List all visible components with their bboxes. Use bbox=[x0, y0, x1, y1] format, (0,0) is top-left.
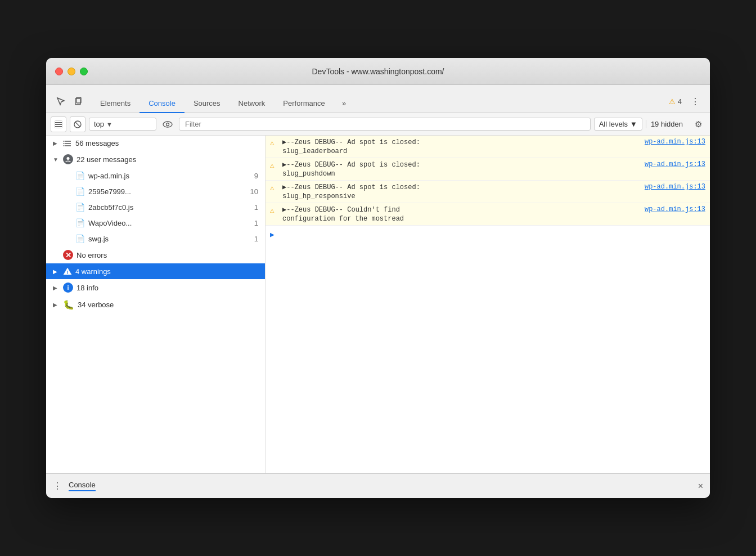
levels-arrow-icon: ▼ bbox=[630, 120, 637, 128]
verbose-icon: 🐛 bbox=[63, 299, 74, 310]
wp-ad-count: 9 bbox=[249, 172, 258, 180]
entry-continuation: configuration for the mostread bbox=[282, 215, 705, 223]
entry-text: ▶--Zeus DEBUG-- Ad spot is closed: bbox=[282, 160, 420, 169]
levels-value: All levels bbox=[599, 120, 628, 128]
info-icon: i bbox=[63, 283, 73, 293]
minimize-button[interactable] bbox=[68, 68, 75, 75]
sidebar-item-warnings[interactable]: ▶ ! 4 warnings bbox=[46, 263, 265, 279]
device-mode-icon[interactable] bbox=[71, 93, 87, 109]
tab-network[interactable]: Network bbox=[230, 95, 274, 113]
sidebar-item-wp-ad[interactable]: 📄 wp-ad.min.js 9 bbox=[46, 168, 265, 183]
entry-source[interactable]: wp-ad.min.js:13 bbox=[645, 183, 705, 191]
list-icon bbox=[63, 140, 72, 147]
swg-label: swg.js bbox=[88, 235, 246, 243]
sidebar-item-no-errors[interactable]: ✕ No errors bbox=[46, 246, 265, 263]
entry-text: ▶--Zeus DEBUG-- Ad spot is closed: bbox=[282, 138, 420, 146]
warnings-label: 4 warnings bbox=[75, 267, 258, 276]
console-prompt[interactable]: ▶ bbox=[266, 226, 710, 241]
clear-console-icon[interactable] bbox=[51, 116, 66, 132]
window-title: DevTools - www.washingtonpost.com/ bbox=[312, 67, 444, 76]
svg-text:!: ! bbox=[67, 270, 69, 275]
file-icon: 📄 bbox=[75, 218, 85, 227]
user-messages-label: 22 user messages bbox=[76, 155, 258, 164]
warning-icon: ⚠ bbox=[669, 97, 676, 106]
close-button[interactable] bbox=[55, 68, 63, 75]
wapovideo-count: 1 bbox=[249, 219, 258, 227]
sidebar-item-2abcb[interactable]: 📄 2abcb5f7c0.js 1 bbox=[46, 199, 265, 215]
sidebar-item-info[interactable]: ▶ i 18 info bbox=[46, 279, 265, 296]
verbose-label: 34 verbose bbox=[78, 301, 258, 309]
warning-triangle-icon: ⚠ bbox=[270, 206, 279, 215]
arrow-icon: ▶ bbox=[53, 140, 60, 146]
devtools-icons bbox=[53, 93, 87, 113]
file-icon: 📄 bbox=[75, 187, 85, 196]
sidebar-item-wapovideo[interactable]: 📄 WapoVideo... 1 bbox=[46, 215, 265, 231]
sidebar-item-all-messages[interactable]: ▶ 56 messages bbox=[46, 136, 265, 151]
arrow-icon: ▶ bbox=[53, 302, 60, 308]
sidebar-item-user-messages[interactable]: ▼ 22 user messages bbox=[46, 151, 265, 168]
all-messages-label: 56 messages bbox=[75, 139, 258, 147]
arrow-icon: ▶ bbox=[53, 285, 60, 291]
context-selector[interactable]: top ▼ bbox=[89, 118, 156, 131]
close-devtools-icon[interactable]: × bbox=[698, 481, 703, 491]
bottom-dots-icon[interactable]: ⋮ bbox=[53, 481, 62, 491]
2595-label: 2595e7999... bbox=[88, 187, 246, 196]
main-tabs: Elements Console Sources Network Perform… bbox=[91, 95, 665, 113]
wapovideo-label: WapoVideo... bbox=[88, 219, 246, 227]
console-pane: ⚠ ▶--Zeus DEBUG-- Ad spot is closed: wp-… bbox=[266, 136, 710, 473]
swg-count: 1 bbox=[249, 235, 258, 243]
entry-source[interactable]: wp-ad.min.js:13 bbox=[645, 205, 705, 213]
context-arrow-icon: ▼ bbox=[106, 121, 112, 128]
tab-bar-right: ⚠ 4 ⋮ bbox=[665, 93, 703, 113]
levels-selector[interactable]: All levels ▼ bbox=[594, 118, 642, 131]
2595-count: 10 bbox=[249, 187, 258, 196]
svg-rect-4 bbox=[55, 126, 62, 127]
eye-icon[interactable] bbox=[160, 116, 176, 132]
console-toolbar: top ▼ All levels ▼ 19 hidden ⚙ bbox=[46, 113, 710, 136]
block-icon[interactable] bbox=[70, 116, 86, 132]
console-entry: ⚠ ▶--Zeus DEBUG-- Ad spot is closed: wp-… bbox=[266, 181, 710, 203]
sidebar-item-2595[interactable]: 📄 2595e7999... 10 bbox=[46, 183, 265, 199]
bottom-bar: ⋮ Console × bbox=[46, 473, 710, 498]
entry-source[interactable]: wp-ad.min.js:13 bbox=[645, 160, 705, 168]
entry-continuation: slug_hp_responsive bbox=[282, 192, 705, 200]
warning-triangle-icon: ⚠ bbox=[270, 161, 279, 170]
main-content: ▶ 56 messages ▼ bbox=[46, 136, 710, 473]
sidebar-item-swg[interactable]: 📄 swg.js 1 bbox=[46, 231, 265, 246]
filter-input[interactable] bbox=[179, 118, 591, 131]
devtools-window: DevTools - www.washingtonpost.com/ Eleme… bbox=[46, 58, 710, 498]
maximize-button[interactable] bbox=[80, 68, 88, 75]
bottom-label: Console bbox=[69, 481, 691, 491]
prompt-arrow-icon[interactable]: ▶ bbox=[270, 230, 274, 239]
entry-continuation: slug_leaderboard bbox=[282, 147, 705, 155]
entry-continuation: slug_pushdown bbox=[282, 170, 705, 178]
warning-count: 4 bbox=[678, 97, 682, 106]
inspect-element-icon[interactable] bbox=[53, 93, 69, 109]
svg-point-16 bbox=[67, 157, 70, 160]
more-options-icon[interactable]: ⋮ bbox=[687, 93, 703, 109]
svg-rect-3 bbox=[55, 124, 62, 125]
entry-source[interactable]: wp-ad.min.js:13 bbox=[645, 138, 705, 146]
traffic-lights bbox=[55, 68, 88, 75]
file-icon: 📄 bbox=[75, 234, 85, 243]
entry-text: ▶--Zeus DEBUG-- Couldn't find bbox=[282, 205, 400, 214]
tab-console[interactable]: Console bbox=[140, 95, 184, 113]
tab-elements[interactable]: Elements bbox=[91, 95, 140, 113]
svg-point-14 bbox=[64, 143, 65, 144]
more-tabs-icon[interactable]: » bbox=[336, 97, 352, 113]
warning-badge[interactable]: ⚠ 4 bbox=[665, 96, 685, 107]
file-icon: 📄 bbox=[75, 203, 85, 212]
sidebar-item-verbose[interactable]: ▶ 🐛 34 verbose bbox=[46, 296, 265, 313]
warning-triangle-icon: ⚠ bbox=[270, 183, 279, 192]
error-icon: ✕ bbox=[63, 250, 73, 260]
console-entry: ⚠ ▶--Zeus DEBUG-- Couldn't find wp-ad.mi… bbox=[266, 203, 710, 226]
settings-gear-icon[interactable]: ⚙ bbox=[691, 117, 705, 132]
console-entry: ⚠ ▶--Zeus DEBUG-- Ad spot is closed: wp-… bbox=[266, 158, 710, 181]
title-bar: DevTools - www.washingtonpost.com/ bbox=[46, 58, 710, 85]
tab-sources[interactable]: Sources bbox=[184, 95, 230, 113]
entry-text: ▶--Zeus DEBUG-- Ad spot is closed: bbox=[282, 183, 420, 191]
info-label: 18 info bbox=[76, 284, 258, 292]
arrow-icon: ▼ bbox=[53, 156, 60, 163]
svg-rect-2 bbox=[55, 122, 62, 123]
tab-performance[interactable]: Performance bbox=[274, 95, 334, 113]
